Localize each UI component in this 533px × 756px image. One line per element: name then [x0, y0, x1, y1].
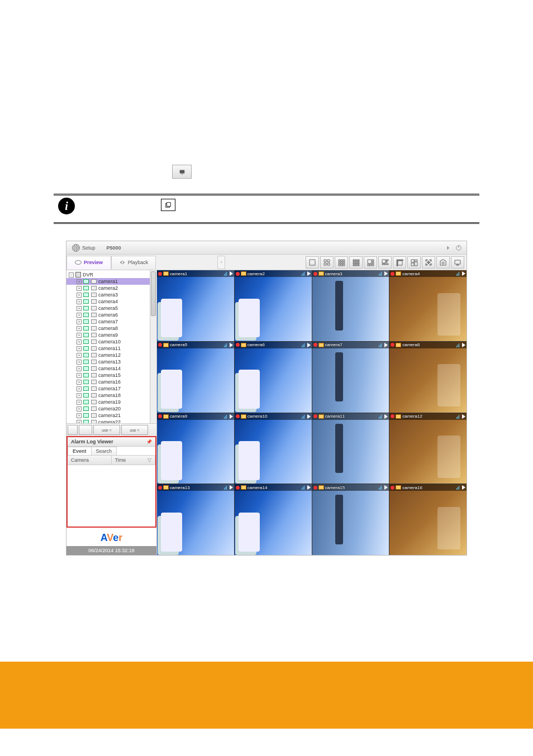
- alarm-tab-search[interactable]: Search: [91, 447, 117, 455]
- expand-icon[interactable]: +: [77, 353, 82, 358]
- tree-camera-item[interactable]: +camera7: [66, 318, 156, 325]
- expand-icon[interactable]: +: [77, 413, 82, 418]
- tree-action-0[interactable]: [68, 425, 78, 435]
- tree-camera-item[interactable]: +camera5: [66, 305, 156, 312]
- snapshot-button[interactable]: [436, 256, 450, 269]
- tree-camera-item[interactable]: +camera3: [66, 291, 156, 298]
- tree-camera-item[interactable]: +camera16: [66, 379, 156, 385]
- tree-scrollbar[interactable]: [150, 270, 156, 423]
- expand-icon[interactable]: +: [77, 293, 82, 298]
- expand-icon[interactable]: +: [77, 299, 82, 304]
- tree-action-2[interactable]: use =: [93, 425, 120, 435]
- tree-camera-item[interactable]: +camera9: [66, 332, 156, 338]
- monitor-button[interactable]: [451, 256, 464, 269]
- expand-icon[interactable]: +: [77, 366, 82, 371]
- tree-camera-item[interactable]: +camera12: [66, 352, 156, 358]
- expand-icon[interactable]: +: [77, 339, 82, 344]
- alarm-col-camera[interactable]: Camera: [68, 456, 112, 465]
- video-cell[interactable]: camera1: [157, 270, 234, 341]
- alarm-col-time[interactable]: Time ▽: [112, 456, 156, 465]
- expand-icon[interactable]: +: [77, 360, 82, 365]
- power-button[interactable]: [455, 245, 462, 251]
- speaker-icon: [384, 271, 388, 276]
- tab-playback[interactable]: Playback: [111, 256, 156, 269]
- tree-root-dvr[interactable]: −DVR: [66, 271, 156, 278]
- layout-1plus7-button[interactable]: [378, 256, 392, 269]
- tree-camera-item[interactable]: +camera14: [66, 365, 156, 372]
- tree-camera-item[interactable]: +camera6: [66, 312, 156, 318]
- expand-icon[interactable]: +: [77, 313, 82, 318]
- speaker-icon: [384, 485, 388, 490]
- expand-icon[interactable]: +: [77, 393, 82, 398]
- video-cell[interactable]: camera4: [389, 270, 467, 341]
- expand-icon[interactable]: +: [77, 400, 82, 405]
- video-cell[interactable]: camera10: [235, 413, 312, 484]
- expand-icon[interactable]: +: [77, 406, 82, 412]
- fullscreen-button[interactable]: [422, 256, 435, 269]
- video-cell[interactable]: camera9: [157, 413, 234, 484]
- tree-camera-item[interactable]: +camera20: [66, 405, 156, 412]
- collapse-icon[interactable]: −: [69, 272, 74, 277]
- layout-1plus5-button[interactable]: [364, 256, 377, 269]
- video-cell[interactable]: camera6: [235, 342, 312, 413]
- video-cell[interactable]: camera11: [312, 413, 389, 484]
- record-indicator-icon: [391, 486, 394, 490]
- speaker-icon: [307, 414, 311, 419]
- tree-camera-item[interactable]: +camera17: [66, 385, 156, 392]
- video-cell[interactable]: camera8: [389, 342, 467, 413]
- expand-icon[interactable]: +: [77, 286, 82, 291]
- layout-4-button[interactable]: [320, 256, 334, 269]
- display-icon: [91, 393, 97, 398]
- video-cell[interactable]: camera14: [235, 484, 312, 555]
- tree-camera-item[interactable]: +camera18: [66, 392, 156, 399]
- video-cell[interactable]: camera16: [389, 484, 467, 555]
- tree-camera-item[interactable]: +camera15: [66, 372, 156, 379]
- tree-camera-item[interactable]: +camera2: [66, 285, 156, 291]
- camera-tree[interactable]: −DVR+camera1+camera2+camera3+camera4+cam…: [66, 270, 156, 423]
- signal-icon: [302, 485, 306, 490]
- tree-camera-item[interactable]: +camera22: [66, 419, 156, 423]
- tab-preview[interactable]: Preview: [66, 256, 111, 269]
- video-cell[interactable]: camera7: [312, 342, 389, 413]
- camera-icon: [83, 286, 89, 290]
- minimize-button[interactable]: [445, 245, 452, 251]
- tree-camera-item[interactable]: +camera1: [66, 278, 156, 285]
- layout-16-button[interactable]: [349, 256, 363, 269]
- tree-camera-item[interactable]: +camera21: [66, 412, 156, 419]
- video-cell[interactable]: camera13: [157, 484, 234, 555]
- expand-icon[interactable]: +: [77, 380, 82, 385]
- layout-9-button[interactable]: [335, 256, 348, 269]
- expand-icon[interactable]: +: [77, 373, 82, 378]
- tree-camera-item[interactable]: +camera4: [66, 298, 156, 305]
- tree-action-3[interactable]: use =: [121, 425, 148, 435]
- setup-button[interactable]: Setup: [66, 244, 101, 252]
- video-cell[interactable]: camera15: [312, 484, 389, 555]
- video-cell[interactable]: camera2: [235, 270, 312, 341]
- expand-icon[interactable]: +: [77, 420, 82, 424]
- layout-36-button[interactable]: [393, 256, 406, 269]
- collapse-sidebar-button[interactable]: ‹: [217, 256, 225, 269]
- tree-camera-item[interactable]: +camera13: [66, 358, 156, 365]
- video-cell[interactable]: camera3: [312, 270, 389, 341]
- layout-custom-button[interactable]: [407, 256, 421, 269]
- layout-1-button[interactable]: [306, 256, 319, 269]
- expand-icon[interactable]: +: [77, 306, 82, 311]
- expand-icon[interactable]: +: [77, 319, 82, 324]
- tree-camera-item[interactable]: +camera11: [66, 345, 156, 352]
- video-cell[interactable]: camera5: [157, 342, 234, 413]
- tree-action-1[interactable]: [79, 425, 92, 435]
- tree-camera-item[interactable]: +camera10: [66, 338, 156, 345]
- expand-icon[interactable]: +: [77, 326, 82, 331]
- display-icon: [91, 333, 97, 337]
- alarm-tab-event[interactable]: Event: [68, 447, 92, 455]
- expand-icon[interactable]: +: [77, 386, 82, 391]
- expand-icon[interactable]: +: [77, 346, 82, 351]
- alarm-pin-icon[interactable]: 📌: [146, 439, 152, 444]
- signal-icon: [456, 414, 461, 419]
- video-cell[interactable]: camera12: [389, 413, 467, 484]
- expand-icon[interactable]: +: [77, 333, 82, 338]
- camera-badge-icon: [241, 271, 246, 276]
- tree-camera-item[interactable]: +camera8: [66, 325, 156, 332]
- expand-icon[interactable]: +: [77, 279, 82, 284]
- tree-camera-item[interactable]: +camera19: [66, 399, 156, 405]
